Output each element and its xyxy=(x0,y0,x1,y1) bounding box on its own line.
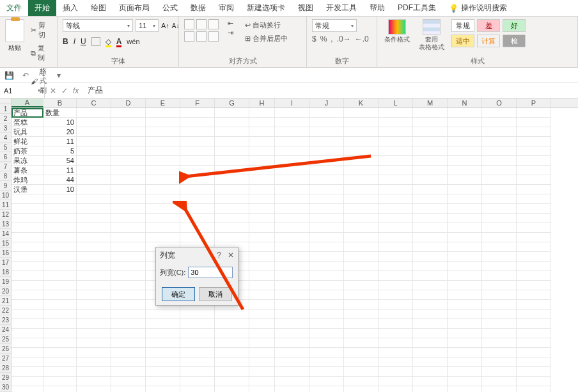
cell-L3[interactable] xyxy=(379,127,413,137)
cell-M29[interactable] xyxy=(413,377,448,386)
cell-A2[interactable]: 蛋糕 xyxy=(12,118,43,127)
cell-B18[interactable] xyxy=(43,271,77,281)
cell-H4[interactable] xyxy=(249,137,275,146)
cell-N6[interactable] xyxy=(448,156,482,166)
cell-N26[interactable] xyxy=(448,348,482,357)
copy-button[interactable]: ⧉复制 xyxy=(28,42,52,64)
cell-B10[interactable] xyxy=(43,194,77,204)
cell-E27[interactable] xyxy=(146,357,180,367)
tab-layout[interactable]: 页面布局 xyxy=(113,0,156,16)
cell-C20[interactable] xyxy=(77,290,111,300)
cell-L7[interactable] xyxy=(379,166,413,175)
cell-H2[interactable] xyxy=(249,118,275,127)
cell-G29[interactable] xyxy=(215,377,249,386)
cell-J25[interactable] xyxy=(309,338,344,348)
cell-N27[interactable] xyxy=(448,357,482,367)
cell-L19[interactable] xyxy=(379,281,413,290)
cell-O23[interactable] xyxy=(482,319,517,329)
cell-L11[interactable] xyxy=(379,204,413,214)
column-header-N[interactable]: N xyxy=(448,98,482,107)
cell-C26[interactable] xyxy=(77,348,111,357)
cell-J9[interactable] xyxy=(309,185,344,194)
cell-M3[interactable] xyxy=(413,127,448,137)
cell-M11[interactable] xyxy=(413,204,448,214)
cell-O24[interactable] xyxy=(482,329,517,338)
cell-P6[interactable] xyxy=(517,156,551,166)
row-header-1[interactable]: 1 xyxy=(0,104,11,114)
cell-L17[interactable] xyxy=(379,262,413,271)
cell-G13[interactable] xyxy=(215,223,249,233)
cell-E30[interactable] xyxy=(146,386,180,392)
cell-N10[interactable] xyxy=(448,194,482,204)
cell-A12[interactable] xyxy=(12,214,43,223)
cell-P16[interactable] xyxy=(517,252,551,262)
cell-F2[interactable] xyxy=(180,118,215,127)
cell-D4[interactable] xyxy=(111,137,146,146)
column-header-E[interactable]: E xyxy=(146,98,180,107)
cell-L26[interactable] xyxy=(379,348,413,357)
cell-G8[interactable] xyxy=(215,175,249,185)
cell-B17[interactable] xyxy=(43,262,77,271)
cell-J6[interactable] xyxy=(309,156,344,166)
cell-D1[interactable] xyxy=(111,108,146,118)
cell-C13[interactable] xyxy=(77,223,111,233)
cell-N21[interactable] xyxy=(448,300,482,310)
row-header-4[interactable]: 4 xyxy=(0,133,11,143)
cell-L9[interactable] xyxy=(379,185,413,194)
cell-E3[interactable] xyxy=(146,127,180,137)
cell-D2[interactable] xyxy=(111,118,146,127)
cell-I16[interactable] xyxy=(275,252,309,262)
cell-P18[interactable] xyxy=(517,271,551,281)
cell-K5[interactable] xyxy=(344,146,379,156)
cell-D6[interactable] xyxy=(111,156,146,166)
cell-F10[interactable] xyxy=(180,194,215,204)
cell-B7[interactable]: 11 xyxy=(43,166,77,175)
cell-E1[interactable] xyxy=(146,108,180,118)
cell-K8[interactable] xyxy=(344,175,379,185)
cell-O17[interactable] xyxy=(482,262,517,271)
cell-F8[interactable] xyxy=(180,175,215,185)
cell-D25[interactable] xyxy=(111,338,146,348)
formula-input[interactable]: 产品 xyxy=(84,85,578,96)
cell-H21[interactable] xyxy=(249,300,275,310)
cell-G27[interactable] xyxy=(215,357,249,367)
cell-E10[interactable] xyxy=(146,194,180,204)
cell-B30[interactable] xyxy=(43,386,77,392)
cell-G9[interactable] xyxy=(215,185,249,194)
cell-F5[interactable] xyxy=(180,146,215,156)
cell-A23[interactable] xyxy=(12,319,43,329)
cell-E14[interactable] xyxy=(146,233,180,242)
column-header-F[interactable]: F xyxy=(180,98,215,107)
cell-P24[interactable] xyxy=(517,329,551,338)
cell-C24[interactable] xyxy=(77,329,111,338)
cell-F29[interactable] xyxy=(180,377,215,386)
cell-A30[interactable] xyxy=(12,386,43,392)
cell-G2[interactable] xyxy=(215,118,249,127)
cell-N16[interactable] xyxy=(448,252,482,262)
cell-F24[interactable] xyxy=(180,329,215,338)
cell-O26[interactable] xyxy=(482,348,517,357)
column-header-A[interactable]: A xyxy=(12,98,43,107)
cell-E5[interactable] xyxy=(146,146,180,156)
cell-C9[interactable] xyxy=(77,185,111,194)
cell-K18[interactable] xyxy=(344,271,379,281)
cell-P29[interactable] xyxy=(517,377,551,386)
cell-B8[interactable]: 44 xyxy=(43,175,77,185)
cell-P7[interactable] xyxy=(517,166,551,175)
cell-F14[interactable] xyxy=(180,233,215,242)
row-header-13[interactable]: 13 xyxy=(0,219,11,229)
cell-P17[interactable] xyxy=(517,262,551,271)
bold-button[interactable]: B xyxy=(63,37,68,46)
cell-M20[interactable] xyxy=(413,290,448,300)
cell-I28[interactable] xyxy=(275,367,309,377)
phonetic-button[interactable]: wén xyxy=(127,38,139,45)
cell-H17[interactable] xyxy=(249,262,275,271)
cell-C2[interactable] xyxy=(77,118,111,127)
column-header-I[interactable]: I xyxy=(275,98,309,107)
cell-M24[interactable] xyxy=(413,329,448,338)
cell-B4[interactable]: 11 xyxy=(43,137,77,146)
cell-K17[interactable] xyxy=(344,262,379,271)
percent-button[interactable]: % xyxy=(320,35,327,43)
cell-P3[interactable] xyxy=(517,127,551,137)
cell-K11[interactable] xyxy=(344,204,379,214)
